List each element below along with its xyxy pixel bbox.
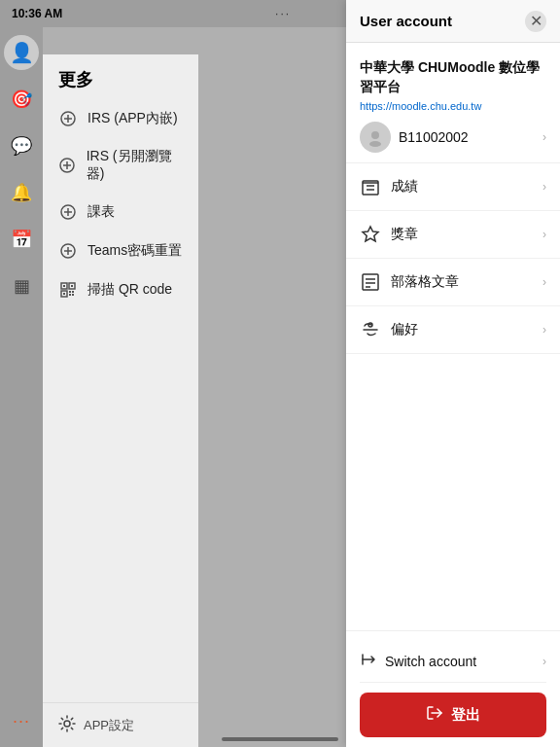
status-time: 10:36 AM [12,7,62,20]
blog-icon [360,271,381,293]
user-section: 中華大學 CHUMoodle 數位學習平台 https://moodle.chu… [346,43,560,163]
sidebar-label-timetable: 課表 [88,203,115,221]
panel-footer: Switch account › 登出 [346,630,560,747]
logout-button[interactable]: 登出 [360,693,546,737]
panel-header: User account ✕ [346,0,560,43]
blog-label: 部落格文章 [391,273,533,291]
link-icon [58,109,78,128]
sidebar-footer[interactable]: APP設定 [43,702,198,747]
switch-account-row[interactable]: Switch account › [360,641,546,683]
preferences-icon [360,319,381,340]
svg-point-23 [371,131,379,139]
sidebar-label-qrcode: 掃描 QR code [88,281,172,299]
menu-item-badges[interactable]: 獎章 › [346,211,560,259]
nav-target-icon[interactable]: 🎯 [4,82,39,117]
nav-avatar-icon[interactable]: 👤 [4,35,39,70]
link-icon-4 [58,241,78,261]
icon-nav: 👤 🎯 💬 🔔 📅 ▦ ··· [0,27,43,747]
svg-rect-18 [69,291,71,293]
sidebar-label-teams: Teams密碼重置 [88,242,182,260]
preferences-chevron-icon: › [542,323,546,337]
close-button[interactable]: ✕ [525,11,546,32]
nav-chat-icon[interactable]: 💬 [4,128,39,163]
grades-chevron-icon: › [542,180,546,194]
nav-more-dots[interactable]: ··· [13,711,30,731]
user-row[interactable]: B11002002 › [360,122,546,153]
sidebar-header: 更多 [43,54,198,99]
site-link[interactable]: https://moodle.chu.edu.tw [360,100,546,112]
panel-title: User account [360,13,452,29]
menu-item-blog[interactable]: 部落格文章 › [346,259,560,306]
main-content: 更多 IRS (APP內嵌) IRS (另開瀏覽器) 課表 Teams密碼重置 [43,27,389,747]
badges-icon [360,224,381,245]
app-settings-label: APP設定 [84,717,134,734]
svg-point-22 [64,721,70,727]
svg-rect-20 [69,294,71,296]
switch-account-icon [360,651,377,672]
user-chevron-icon: › [542,130,546,144]
svg-rect-19 [72,291,74,293]
switch-account-label: Switch account [385,654,535,669]
sidebar-item-qrcode[interactable]: 掃描 QR code [43,270,198,309]
sidebar-item-timetable[interactable]: 課表 [43,193,198,231]
logout-label: 登出 [451,706,480,725]
svg-rect-15 [63,285,65,287]
svg-point-24 [369,141,381,147]
grades-label: 成績 [391,178,533,196]
site-title: 中華大學 CHUMoodle 數位學習平台 [360,58,546,96]
blog-chevron-icon: › [542,275,546,289]
settings-icon [58,715,76,735]
link-icon-3 [58,202,78,222]
sidebar-item-irs-browser[interactable]: IRS (另開瀏覽器) [43,138,198,193]
sidebar-item-teams[interactable]: Teams密碼重置 [43,231,198,270]
home-indicator [222,737,338,741]
switch-chevron-icon: › [542,655,546,668]
panel-body: 中華大學 CHUMoodle 數位學習平台 https://moodle.chu… [346,43,560,630]
status-center-dots: ··· [275,7,291,20]
sidebar-label-irs-browser: IRS (另開瀏覽器) [87,148,183,183]
menu-item-grades[interactable]: 成績 › [346,163,560,211]
svg-rect-21 [72,294,74,296]
menu-item-preferences[interactable]: 偏好 › [346,306,560,354]
sidebar-label-irs-app: IRS (APP內嵌) [88,110,178,127]
sidebar-item-irs-app[interactable]: IRS (APP內嵌) [43,99,198,138]
preferences-label: 偏好 [391,321,533,338]
badges-label: 獎章 [391,226,533,243]
nav-calendar-icon[interactable]: 📅 [4,222,39,257]
nav-grid-icon[interactable]: ▦ [4,268,39,303]
logout-icon [426,704,443,726]
user-account-panel: User account ✕ 中華大學 CHUMoodle 數位學習平台 htt… [346,0,560,747]
qr-icon [58,280,78,300]
badges-chevron-icon: › [542,228,546,241]
user-id: B11002002 [399,129,535,145]
nav-bell-icon[interactable]: 🔔 [4,175,39,210]
svg-rect-16 [71,285,73,287]
user-avatar [360,122,391,153]
svg-marker-29 [363,227,378,241]
grades-icon [360,176,381,197]
svg-rect-17 [63,293,65,295]
link-icon-2 [58,156,77,175]
sidebar: 更多 IRS (APP內嵌) IRS (另開瀏覽器) 課表 Teams密碼重置 [43,54,198,747]
